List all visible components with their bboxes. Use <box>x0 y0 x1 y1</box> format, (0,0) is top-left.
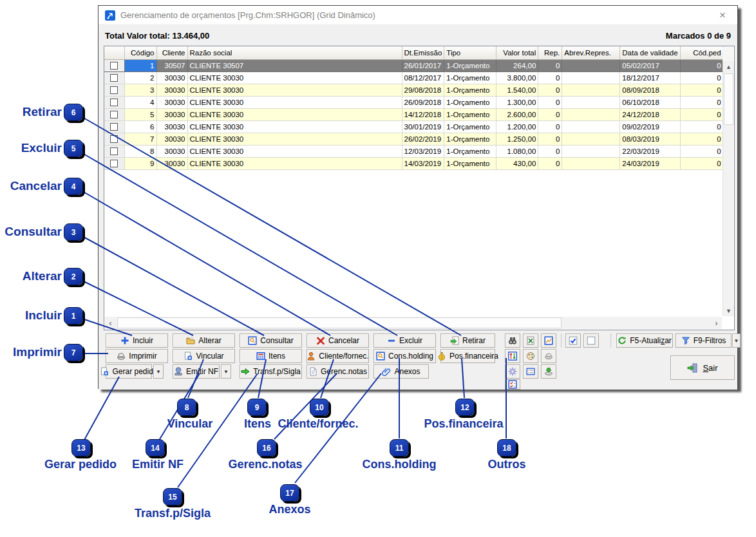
table-row[interactable]: 530030CLIENTE 3003014/12/20181-Orçamento… <box>104 108 723 120</box>
gear-button[interactable] <box>505 364 520 379</box>
pos-financeira-button[interactable]: Pos.financeira <box>440 349 495 363</box>
table-row[interactable]: 930030CLIENTE 3003014/03/20191-Orçamento… <box>104 157 723 169</box>
list-options-button[interactable] <box>523 364 538 379</box>
annotation-badge-17: 17 <box>280 484 299 502</box>
vertical-scrollbar[interactable]: ▲ ▼ <box>723 61 733 316</box>
chart-board-button[interactable] <box>541 334 556 348</box>
column-header-valor-total[interactable]: Valor total <box>496 46 538 59</box>
sair-button[interactable]: Sair <box>670 355 735 380</box>
cons-holding-button[interactable]: Cons.holding <box>373 349 436 363</box>
f9-filtros-dropdown[interactable]: ▼ <box>732 334 741 348</box>
vincular-button[interactable]: Vincular <box>173 349 235 363</box>
gerenc-notas-button[interactable]: Gerenc.notas <box>307 364 369 379</box>
toolbar-separator <box>610 334 611 348</box>
consultar-button[interactable]: Consultar <box>240 334 302 348</box>
emitir-nf-button[interactable]: Emitir NF <box>173 364 220 379</box>
scrollbar-corner <box>723 47 733 61</box>
annotation-badge-2: 2 <box>64 268 83 285</box>
cell-tipo: 1-Orçamento <box>444 59 496 71</box>
plus-icon <box>120 336 129 345</box>
vertical-scroll-thumb[interactable] <box>724 73 733 125</box>
table-row[interactable]: 830030CLIENTE 3003012/03/20191-Orçamento… <box>104 145 723 157</box>
cancelar-button[interactable]: Cancelar <box>307 334 369 348</box>
row-checkbox[interactable] <box>110 160 118 167</box>
money-bag-icon <box>437 352 446 361</box>
annotation-badge-9: 9 <box>247 399 267 416</box>
table-row[interactable]: 230030CLIENTE 3003008/12/20171-Orçamento… <box>104 71 723 84</box>
gerar-pedido-dropdown[interactable]: ▼ <box>153 364 164 379</box>
column-header-c-digo[interactable]: Código <box>124 46 156 59</box>
horizontal-scroll-thumb[interactable] <box>117 317 562 328</box>
cell-tipo: 1-Orçamento <box>444 108 496 120</box>
table-row[interactable]: 730030CLIENTE 3003026/02/20191-Orçamento… <box>104 133 723 145</box>
cell-validade: 22/03/2019 <box>620 145 680 157</box>
cell-tipo: 1-Orçamento <box>444 84 496 96</box>
cell-tipo: 1-Orçamento <box>444 133 496 145</box>
row-checkbox[interactable] <box>110 123 118 131</box>
retirar-button[interactable]: Retirar <box>440 334 495 348</box>
row-checkbox[interactable] <box>110 135 118 143</box>
annotation-label-excluir: Excluir <box>0 141 62 155</box>
sort-button[interactable] <box>505 349 520 363</box>
annotation-badge-4: 4 <box>64 178 83 195</box>
column-header-c-d-ped[interactable]: Cód.ped <box>680 46 723 59</box>
alterar-button[interactable]: Alterar <box>173 334 235 348</box>
column-header-raz-o-social[interactable]: Razão social <box>187 46 402 59</box>
check-on-button[interactable] <box>565 334 581 348</box>
transf-p-sigla-button[interactable]: Transf.p/Sigla <box>240 364 302 379</box>
f5-atualizar-button[interactable]: F5-Atualizar <box>616 334 673 348</box>
row-checkbox[interactable] <box>110 62 118 70</box>
table-row[interactable]: 430030CLIENTE 3003026/09/20181-Orçamento… <box>104 96 723 108</box>
cell-valor: 1.300,00 <box>496 96 538 108</box>
export-down-icon <box>544 367 553 376</box>
incluir-button[interactable]: Incluir <box>106 334 168 348</box>
palette-button[interactable] <box>523 349 538 363</box>
scroll-right-icon[interactable]: › <box>711 317 722 328</box>
scroll-down-icon[interactable]: ▼ <box>723 305 734 316</box>
itens-button[interactable]: Itens <box>240 349 302 363</box>
scroll-up-icon[interactable]: ▲ <box>723 61 734 72</box>
row-checkbox-cell <box>104 145 124 157</box>
scroll-left-icon[interactable]: ‹ <box>105 317 116 328</box>
column-header-abrev-repres[interactable]: Abrev.Repres. <box>562 46 620 59</box>
column-header-dt-emiss-o[interactable]: Dt.Emissão <box>402 46 444 59</box>
gerar-pedido-button[interactable]: Gerar pedido <box>106 364 152 379</box>
cell-razao: CLIENTE 30030 <box>187 96 402 108</box>
export-down-button[interactable] <box>541 364 556 379</box>
cell-codped: 0 <box>680 59 723 71</box>
cell-codigo: 4 <box>124 96 156 108</box>
cell-validade: 09/02/2019 <box>620 120 680 133</box>
anexos-button[interactable]: Anexos <box>373 364 429 379</box>
cell-codped: 0 <box>680 120 723 133</box>
excel-button[interactable] <box>523 334 538 348</box>
column-header-cliente[interactable]: Cliente <box>156 46 187 59</box>
cliente-fornec-button[interactable]: Cliente/fornec. <box>307 349 369 363</box>
table-row[interactable]: 330030CLIENTE 3003029/08/20181-Orçamento… <box>104 84 723 96</box>
annotation-label-alterar: Alterar <box>0 269 62 283</box>
f9-filtros-button[interactable]: F9-Filtros <box>676 334 732 348</box>
printer-small-button[interactable] <box>541 349 556 363</box>
row-checkbox[interactable] <box>110 99 118 106</box>
column-header-tipo[interactable]: Tipo <box>444 46 496 59</box>
column-header-rep[interactable]: Rep. <box>538 46 562 59</box>
horizontal-scrollbar[interactable]: ‹ › <box>105 317 722 329</box>
excluir-button[interactable]: Excluir <box>373 334 436 348</box>
table-row[interactable]: 130507CLIENTE 3050726/01/20171-Orçamento… <box>104 59 723 71</box>
table-row[interactable]: 630030CLIENTE 3003030/01/20191-Orçamento… <box>104 120 723 133</box>
column-header-checkbox[interactable] <box>104 46 124 59</box>
check-off-button[interactable] <box>583 334 599 348</box>
close-icon[interactable]: × <box>714 10 731 21</box>
checklist-icon <box>508 380 517 389</box>
cell-abrev <box>562 157 620 169</box>
cell-rep: 0 <box>538 96 562 108</box>
column-header-data-de-validade[interactable]: Data de validade <box>620 46 680 59</box>
row-checkbox[interactable] <box>110 147 118 155</box>
row-checkbox[interactable] <box>110 74 118 82</box>
emitir-nf-dropdown[interactable]: ▼ <box>221 364 231 379</box>
row-checkbox[interactable] <box>110 111 118 118</box>
row-checkbox[interactable] <box>110 86 118 94</box>
search-doc-icon <box>248 336 257 345</box>
imprimir-button[interactable]: Imprimir <box>106 349 168 363</box>
checklist-button[interactable] <box>505 379 520 390</box>
binoculars-button[interactable] <box>505 334 520 348</box>
